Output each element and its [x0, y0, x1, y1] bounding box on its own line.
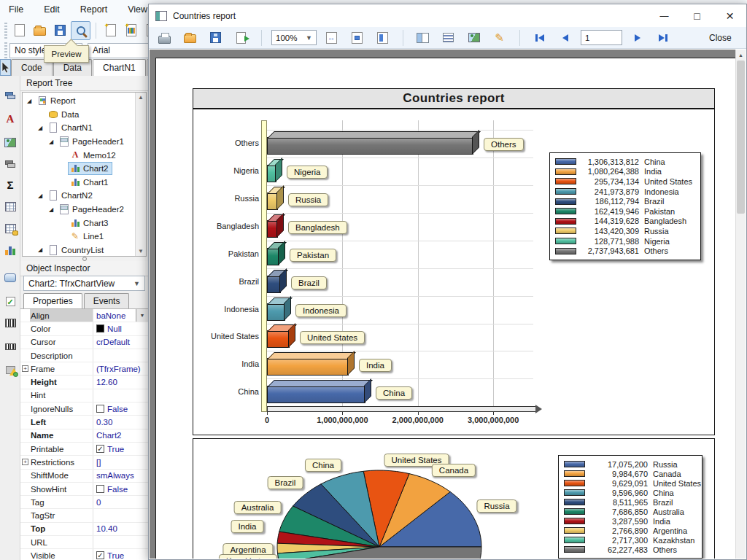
- text-object-icon[interactable]: A: [2, 111, 18, 127]
- barcode-object-icon[interactable]: [2, 315, 18, 331]
- tree-node-report[interactable]: ◢Report: [23, 94, 146, 108]
- property-value[interactable]: [93, 536, 148, 548]
- tree-node-memo12[interactable]: AMemo12: [23, 148, 146, 162]
- inspector-tab-properties[interactable]: Properties: [23, 293, 82, 308]
- property-row-showhint[interactable]: ShowHintFalse: [20, 483, 148, 496]
- property-value[interactable]: 0: [93, 496, 148, 508]
- page-width-button[interactable]: [322, 28, 341, 47]
- tree-node-chart2[interactable]: Chart2: [23, 162, 146, 176]
- insert-band-icon[interactable]: [2, 88, 18, 104]
- tree-expander-icon[interactable]: ◢: [38, 246, 46, 253]
- print-button[interactable]: [155, 28, 174, 47]
- checkbox-unchecked-icon[interactable]: [96, 485, 104, 493]
- tree-node-content[interactable]: ChartN2: [46, 189, 96, 202]
- tree-expander-icon[interactable]: ◢: [49, 206, 57, 213]
- subreport-object-icon[interactable]: [2, 156, 18, 172]
- thumbnails-panel-button[interactable]: [438, 28, 458, 47]
- property-value[interactable]: 12.60: [93, 376, 148, 388]
- checkbox-checked-icon[interactable]: ✓: [96, 551, 104, 559]
- property-value[interactable]: baNone▼: [93, 309, 148, 322]
- inspector-tab-events[interactable]: Events: [84, 293, 130, 308]
- open-button[interactable]: [180, 28, 200, 47]
- property-row-cursor[interactable]: CursorcrDefault: [20, 336, 148, 349]
- property-row-left[interactable]: Left0.30: [20, 416, 148, 429]
- property-row-printable[interactable]: Printable✓True: [20, 443, 148, 456]
- tree-node-content[interactable]: CountryList: [46, 244, 107, 257]
- tree-node-content[interactable]: PageHeader1: [57, 135, 128, 148]
- property-row-height[interactable]: Height12.60: [20, 376, 148, 389]
- property-row-visible[interactable]: Visible✓True: [20, 549, 148, 560]
- property-row-tag[interactable]: Tag0: [20, 496, 148, 509]
- expand-plus-icon[interactable]: +: [20, 362, 30, 375]
- shape-object-icon[interactable]: [2, 270, 18, 286]
- menu-view[interactable]: View: [128, 4, 147, 15]
- property-value[interactable]: False: [93, 402, 148, 415]
- checkbox-checked-icon[interactable]: ✓: [96, 445, 104, 453]
- tree-node-data[interactable]: Data: [23, 108, 146, 122]
- chart-object-icon[interactable]: [2, 242, 18, 258]
- property-row-tagstr[interactable]: TagStr: [20, 509, 148, 522]
- toolbar-grip[interactable]: [4, 42, 7, 58]
- preview-title-bar[interactable]: Countries report — □ ✕: [149, 4, 746, 27]
- zoom-normal-button[interactable]: [373, 28, 392, 47]
- scroll-up-icon[interactable]: ▲: [136, 94, 146, 101]
- property-value[interactable]: [93, 389, 148, 402]
- close-preview-button[interactable]: Close: [709, 33, 732, 43]
- property-row-top[interactable]: Top10.40: [20, 523, 148, 536]
- save-button[interactable]: [206, 28, 225, 47]
- watermark-button[interactable]: [464, 28, 484, 47]
- tree-node-line1[interactable]: ✎Line1: [23, 230, 146, 244]
- property-row-shiftmode[interactable]: ShiftModesmAlways: [20, 470, 148, 483]
- property-value[interactable]: [93, 349, 148, 362]
- tree-node-pageheader2[interactable]: ◢PageHeader2: [23, 203, 146, 217]
- export-button[interactable]: [231, 28, 251, 47]
- tree-node-chart3[interactable]: Chart3: [23, 216, 146, 230]
- tree-node-content[interactable]: Report: [35, 94, 80, 107]
- tree-node-content[interactable]: Chart2: [68, 162, 112, 175]
- property-value[interactable]: ✓True: [93, 443, 148, 455]
- ole-object-icon[interactable]: [2, 362, 18, 378]
- tree-expander-icon[interactable]: ◢: [27, 98, 35, 104]
- toolbar-grip[interactable]: [4, 23, 7, 39]
- report-tree-scrollbar[interactable]: ▲ ▼: [135, 93, 146, 256]
- property-row-hint[interactable]: Hint: [20, 389, 148, 402]
- maximize-button[interactable]: □: [681, 4, 713, 27]
- new-report-button[interactable]: [9, 21, 29, 40]
- menu-file[interactable]: File: [9, 4, 23, 15]
- property-row-color[interactable]: ColorNull: [20, 322, 148, 335]
- tree-expander-icon[interactable]: ◢: [38, 192, 46, 199]
- property-value[interactable]: [93, 509, 148, 521]
- db-cross-tab-icon[interactable]: [2, 220, 18, 236]
- tree-node-chart1[interactable]: Chart1: [23, 176, 146, 190]
- property-row-url[interactable]: URL: [20, 536, 148, 549]
- property-value[interactable]: 10.40: [93, 523, 148, 535]
- tree-node-content[interactable]: ✎Line1: [68, 230, 107, 243]
- preview-scrollbar[interactable]: ▲: [735, 50, 746, 559]
- tree-node-pageheader1[interactable]: ◢PageHeader1: [23, 135, 146, 149]
- minimize-button[interactable]: —: [648, 4, 681, 27]
- prev-page-button[interactable]: [555, 28, 575, 47]
- next-page-button[interactable]: [627, 28, 647, 47]
- color-swatch[interactable]: [96, 324, 104, 332]
- menu-report[interactable]: Report: [80, 4, 108, 15]
- barcode-2d-object-icon[interactable]: [2, 338, 18, 354]
- property-value[interactable]: 0.30: [93, 416, 148, 428]
- open-report-button[interactable]: [30, 21, 50, 40]
- property-row-name[interactable]: NameChart2: [20, 429, 148, 443]
- tree-node-content[interactable]: PageHeader2: [57, 203, 128, 216]
- property-row-description[interactable]: Description: [20, 349, 148, 362]
- property-value[interactable]: Chart2: [93, 429, 148, 442]
- property-value[interactable]: smAlways: [93, 470, 148, 482]
- property-value[interactable]: Null: [93, 322, 148, 335]
- checkbox-unchecked-icon[interactable]: [96, 405, 104, 413]
- property-row-frame[interactable]: +Frame(TfrxFrame): [20, 362, 148, 376]
- system-text-icon[interactable]: Σ: [2, 176, 18, 192]
- tree-node-countrylist[interactable]: ◢CountryList: [23, 244, 146, 257]
- tree-expander-icon[interactable]: ◢: [49, 139, 57, 145]
- property-row-align[interactable]: AlignbaNone▼: [20, 309, 148, 322]
- picture-object-icon[interactable]: [2, 134, 18, 150]
- edit-page-button[interactable]: ✎: [489, 28, 509, 47]
- last-page-button[interactable]: [653, 28, 673, 47]
- selected-object-combo[interactable]: Chart2: TfrxChartView ▼: [23, 276, 145, 291]
- property-value[interactable]: False: [93, 483, 148, 495]
